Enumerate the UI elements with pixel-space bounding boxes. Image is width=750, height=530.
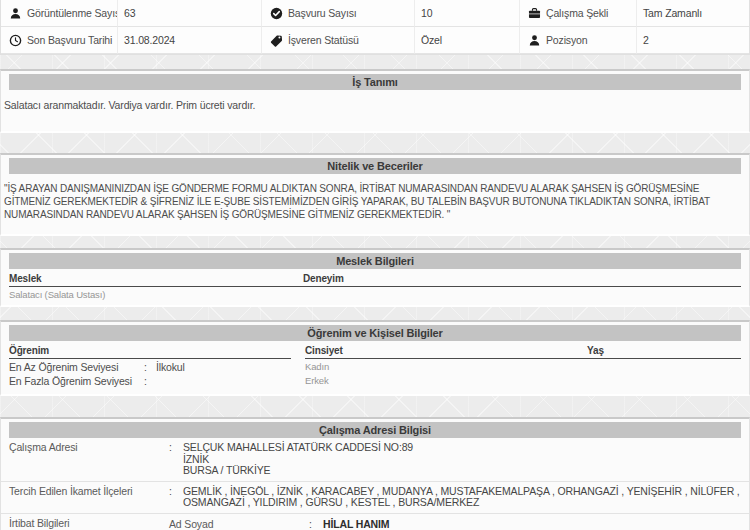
contact-name-value: HİLAL HANIM	[323, 518, 741, 530]
work-type-label: Çalışma Şekli	[546, 7, 608, 19]
education-min-row: En Az Öğrenim Seviyesi : İlkokul	[9, 359, 291, 373]
applications-count-label-cell: Başvuru Sayısı	[262, 0, 415, 27]
work-address-line: SELÇUK MAHALLESİ ATATÜRK CADDESİ NO:89	[183, 442, 741, 454]
profession-title: Meslek Bilgileri	[9, 253, 741, 269]
profession-table: Meslek Deneyim Salatacı (Salata Ustası)	[1, 269, 749, 305]
education-min-value: İlkokul	[156, 361, 185, 373]
colon: :	[169, 486, 183, 509]
deadline-label-cell: Son Başvuru Tarihi	[1, 27, 118, 54]
section-job-description: İş Tanımı Salatacı aranmaktadır. Vardiya…	[0, 69, 750, 133]
education-gender-2: Erkek	[305, 373, 741, 387]
work-address-value: SELÇUK MAHALLESİ ATATÜRK CADDESİ NO:89 İ…	[183, 442, 741, 477]
education-col-ogrenim: Öğrenim	[9, 345, 291, 359]
profession-row: Salatacı (Salata Ustası)	[9, 287, 741, 300]
position-label-cell: Pozisyon	[520, 27, 637, 54]
work-address-line: BURSA / TÜRKİYE	[183, 465, 741, 477]
employer-status-value: Özel	[415, 27, 520, 54]
preferred-districts-row: Tercih Edilen İkamet İlçeleri : GEMLİK ,…	[1, 481, 749, 513]
employer-status-label-cell: İşveren Statüsü	[262, 27, 415, 54]
check-circle-icon	[270, 7, 283, 20]
applications-count-label: Başvuru Sayısı	[288, 7, 357, 19]
employer-status-label: İşveren Statüsü	[288, 34, 359, 46]
contact-row-name: Ad Soyad : HİLAL HANIM	[169, 518, 741, 530]
work-type-label-cell: Çalışma Şekli	[520, 0, 637, 27]
position-value: 2	[637, 27, 749, 54]
job-description-body: Salatacı aranmaktadır. Vardiya vardır. P…	[1, 90, 749, 131]
clock-icon	[9, 34, 22, 47]
education-table: Öğrenim En Az Öğrenim Seviyesi : İlkokul…	[1, 341, 749, 394]
section-education: Öğrenim ve Kişisel Bilgiler Öğrenim En A…	[0, 320, 750, 396]
tag-icon	[270, 34, 283, 47]
deadline-value: 31.08.2024	[118, 27, 262, 54]
qualifications-body: "İŞ ARAYAN DANIŞMANINIZDAN İŞE GÖNDERME …	[1, 174, 749, 234]
work-address-row: Çalışma Adresi : SELÇUK MAHALLESİ ATATÜR…	[1, 438, 749, 481]
job-description-title: İş Tanımı	[9, 74, 741, 90]
profession-col-deneyim: Deneyim	[303, 273, 344, 284]
education-col-yas: Yaş	[587, 345, 604, 356]
education-col-cinsiyet: Cinsiyet	[305, 345, 587, 356]
education-title: Öğrenim ve Kişisel Bilgiler	[9, 325, 741, 341]
education-min-label: En Az Öğrenim Seviyesi	[9, 361, 144, 373]
education-gender-1: Kadın	[305, 359, 741, 373]
qualifications-title: Nitelik ve Beceriler	[9, 158, 741, 174]
user-icon	[528, 34, 541, 47]
contact-info-row: İrtibat Bilgileri Ad Soyad : HİLAL HANIM…	[1, 513, 749, 530]
preferred-districts-label: Tercih Edilen İkamet İlçeleri	[9, 486, 169, 509]
profession-col-meslek: Meslek	[9, 273, 303, 284]
section-profession: Meslek Bilgileri Meslek Deneyim Salatacı…	[0, 248, 750, 307]
education-max-label: En Fazla Öğrenim Seviyesi	[9, 375, 144, 387]
colon: :	[309, 518, 323, 530]
profession-row-meslek: Salatacı (Salata Ustası)	[9, 289, 105, 300]
address-title: Çalışma Adresi Bilgisi	[9, 422, 741, 438]
deadline-label: Son Başvuru Tarihi	[27, 34, 112, 46]
position-label: Pozisyon	[546, 34, 587, 46]
contact-info-label: İrtibat Bilgileri	[9, 518, 169, 530]
stats-table: Görüntülenme Sayısı 63 Başvuru Sayısı 10…	[0, 0, 750, 55]
views-count-value: 63	[118, 0, 262, 27]
colon: :	[144, 361, 156, 373]
work-address-label: Çalışma Adresi	[9, 442, 169, 477]
section-address: Çalışma Adresi Bilgisi Çalışma Adresi : …	[0, 417, 750, 530]
user-icon	[9, 7, 22, 20]
contact-name-label: Ad Soyad	[169, 518, 309, 530]
preferred-districts-value: GEMLİK , İNEGÖL , İZNİK , KARACABEY , MU…	[183, 486, 741, 509]
applications-count-value: 10	[415, 0, 520, 27]
briefcase-icon	[528, 7, 541, 20]
education-max-row: En Fazla Öğrenim Seviyesi :	[9, 373, 291, 387]
views-count-label-cell: Görüntülenme Sayısı	[1, 0, 118, 27]
section-qualifications: Nitelik ve Beceriler "İŞ ARAYAN DANIŞMAN…	[0, 153, 750, 236]
colon: :	[169, 442, 183, 477]
colon: :	[144, 375, 156, 387]
work-type-value: Tam Zamanlı	[637, 0, 749, 27]
views-count-label: Görüntülenme Sayısı	[27, 7, 118, 19]
contact-table: Ad Soyad : HİLAL HANIM Ünvan : YETKİLİ T…	[169, 518, 741, 530]
